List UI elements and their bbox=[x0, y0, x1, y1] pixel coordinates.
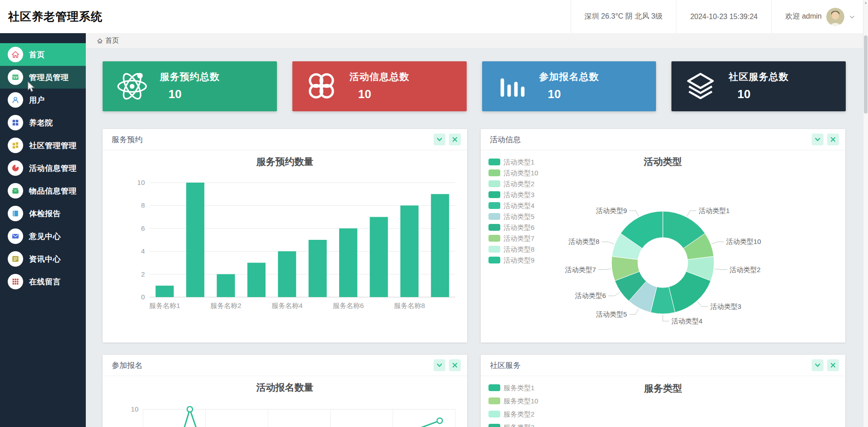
sidebar-item-nursing-home[interactable]: 养老院 bbox=[0, 111, 86, 134]
collapse-button[interactable] bbox=[812, 359, 824, 371]
sidebar-item-activity[interactable]: 活动信息管理 bbox=[0, 157, 86, 179]
breadcrumb-home-icon bbox=[97, 38, 103, 44]
page-scrollbar[interactable]: ▲ bbox=[863, 0, 868, 427]
svg-text:活动类型6: 活动类型6 bbox=[575, 292, 606, 299]
svg-text:活动类型3: 活动类型3 bbox=[503, 191, 534, 199]
legend-item[interactable]: 活动类型10 bbox=[488, 169, 538, 177]
report-book-icon bbox=[8, 206, 23, 221]
datetime-text: 2024-10-23 15:39:24 bbox=[690, 13, 758, 21]
app-header: 社区养老管理系统 深圳 26.3°C 阴 北风 3级 2024-10-23 15… bbox=[0, 0, 868, 33]
legend-item[interactable]: 服务类型1 bbox=[488, 384, 534, 392]
panel-title: 社区服务 bbox=[490, 360, 521, 371]
sidebar-item-home[interactable]: 首页 bbox=[0, 43, 86, 66]
svg-text:活动类型9: 活动类型9 bbox=[596, 207, 627, 214]
svg-text:服务类型1: 服务类型1 bbox=[503, 384, 534, 392]
svg-text:服务预约数量: 服务预约数量 bbox=[256, 156, 314, 167]
legend-item[interactable]: 服务类型2 bbox=[488, 410, 534, 418]
close-button[interactable] bbox=[449, 134, 461, 145]
close-button[interactable] bbox=[827, 134, 839, 145]
sidebar-item-label: 用户 bbox=[29, 95, 45, 105]
sidebar-item-label: 社区管理管理 bbox=[29, 140, 77, 151]
news-rows-icon bbox=[8, 251, 23, 267]
svg-text:活动类型5: 活动类型5 bbox=[596, 310, 627, 318]
sidebar-item-admin[interactable]: 管理员管理 bbox=[0, 66, 86, 89]
svg-text:活动类型9: 活动类型9 bbox=[503, 256, 534, 264]
legend-item[interactable]: 活动类型3 bbox=[488, 191, 534, 199]
svg-text:服务名称4: 服务名称4 bbox=[271, 302, 302, 309]
legend-item[interactable]: 活动类型7 bbox=[488, 234, 534, 242]
legend-item[interactable]: 活动类型6 bbox=[488, 223, 534, 231]
svg-text:活动类型4: 活动类型4 bbox=[671, 317, 702, 325]
legend-item[interactable]: 活动类型5 bbox=[488, 213, 534, 220]
stat-card-community-total: 社区服务总数 10 bbox=[671, 61, 846, 111]
community-grid-icon bbox=[8, 138, 23, 153]
svg-text:服务名称1: 服务名称1 bbox=[149, 302, 180, 309]
sidebar-item-users[interactable]: 用户 bbox=[0, 89, 86, 111]
collapse-button[interactable] bbox=[812, 134, 824, 145]
sidebar-item-label: 物品信息管理 bbox=[29, 186, 77, 196]
signup-line-chart[interactable]: 0246810活动报名数量 bbox=[103, 376, 467, 427]
svg-text:活动类型7: 活动类型7 bbox=[565, 266, 596, 273]
stat-card-value: 10 bbox=[358, 87, 371, 101]
stat-card-title: 参加报名总数 bbox=[482, 70, 656, 83]
scrollbar-thumb[interactable] bbox=[864, 35, 868, 114]
message-grid-icon bbox=[8, 274, 23, 289]
sidebar-item-label: 资讯中心 bbox=[29, 254, 61, 264]
panel-title: 参加报名 bbox=[112, 360, 143, 371]
legend-item[interactable]: 活动类型2 bbox=[488, 180, 534, 188]
collapse-button[interactable] bbox=[434, 359, 445, 371]
breadcrumb-home-link[interactable]: 首页 bbox=[105, 36, 119, 45]
stat-card-title: 社区服务总数 bbox=[671, 70, 846, 83]
app-title: 社区养老管理系统 bbox=[0, 9, 103, 24]
avatar[interactable] bbox=[826, 8, 844, 26]
svg-text:服务类型: 服务类型 bbox=[644, 383, 682, 393]
welcome-text: 欢迎 admin bbox=[785, 12, 822, 21]
stat-card-title: 服务预约总数 bbox=[103, 70, 277, 83]
legend-item[interactable]: 活动类型4 bbox=[488, 202, 534, 209]
close-button[interactable] bbox=[827, 359, 839, 371]
svg-text:服务类型10: 服务类型10 bbox=[503, 397, 538, 405]
stat-card-service-total: 服务预约总数 10 bbox=[103, 61, 277, 111]
caret-down-icon bbox=[849, 14, 855, 20]
activity-pie-icon bbox=[8, 160, 23, 176]
sidebar-item-community[interactable]: 社区管理管理 bbox=[0, 134, 86, 157]
community-service-pie-chart[interactable]: 服务类型1服务类型10服务类型2服务类型3服务类型 bbox=[481, 376, 845, 427]
panels-row-top: 服务预约 0246810服务名称1服务名称2服务名称4服务名称6服务名称8服务预… bbox=[103, 129, 846, 343]
svg-text:10: 10 bbox=[137, 179, 145, 186]
sidebar-item-goods[interactable]: 物品信息管理 bbox=[0, 179, 86, 202]
sidebar-item-message[interactable]: 在线留言 bbox=[0, 270, 86, 293]
sidebar-item-label: 管理员管理 bbox=[29, 72, 69, 83]
panel-header: 活动信息 bbox=[481, 129, 845, 150]
svg-text:服务名称2: 服务名称2 bbox=[210, 302, 241, 309]
svg-text:活动类型6: 活动类型6 bbox=[503, 223, 534, 231]
svg-text:活动类型10: 活动类型10 bbox=[503, 169, 538, 177]
sidebar-item-report[interactable]: 体检报告 bbox=[0, 202, 86, 225]
panel-title: 活动信息 bbox=[490, 134, 521, 145]
collapse-button[interactable] bbox=[434, 134, 445, 145]
sidebar-item-label: 体检报告 bbox=[29, 209, 61, 219]
panel-service-booking: 服务预约 0246810服务名称1服务名称2服务名称4服务名称6服务名称8服务预… bbox=[103, 129, 467, 343]
sidebar-item-feedback[interactable]: 意见中心 bbox=[0, 225, 86, 248]
legend-item[interactable]: 服务类型3 bbox=[488, 423, 534, 427]
stat-card-title: 活动信息总数 bbox=[292, 70, 467, 83]
dashboard-content: 服务预约总数 10 活动信息总数 10 参加报名总数 10 社区服务总数 10 … bbox=[86, 49, 868, 427]
legend-item[interactable]: 活动类型8 bbox=[488, 245, 534, 253]
svg-text:活动类型2: 活动类型2 bbox=[730, 266, 760, 273]
stat-card-value: 10 bbox=[737, 87, 750, 101]
service-booking-bar-chart[interactable]: 0246810服务名称1服务名称2服务名称4服务名称6服务名称8服务预约数量 bbox=[103, 150, 467, 343]
legend-item[interactable]: 服务类型10 bbox=[488, 397, 538, 405]
svg-text:10: 10 bbox=[131, 405, 138, 413]
legend-item[interactable]: 活动类型1 bbox=[488, 158, 534, 166]
activity-type-donut-chart[interactable]: 活动类型1活动类型10活动类型2活动类型3活动类型4活动类型5活动类型6活动类型… bbox=[481, 150, 845, 343]
sidebar-item-news[interactable]: 资讯中心 bbox=[0, 248, 86, 270]
svg-text:活动类型4: 活动类型4 bbox=[503, 202, 534, 209]
panel-header: 服务预约 bbox=[103, 129, 467, 150]
datetime-display: 2024-10-23 15:39:24 bbox=[676, 0, 771, 33]
scrollbar-up-arrow[interactable]: ▲ bbox=[864, 1, 868, 4]
user-menu[interactable]: 欢迎 admin bbox=[771, 0, 861, 33]
svg-text:活动类型3: 活动类型3 bbox=[710, 303, 741, 310]
close-button[interactable] bbox=[449, 359, 461, 371]
svg-text:2: 2 bbox=[141, 270, 145, 278]
svg-text:活动类型1: 活动类型1 bbox=[699, 207, 730, 214]
legend-item[interactable]: 活动类型9 bbox=[488, 256, 534, 264]
